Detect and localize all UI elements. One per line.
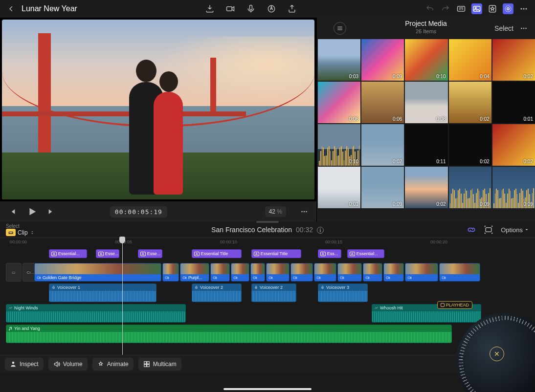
media-clip[interactable]: 0:01 [492,82,535,123]
media-clip[interactable]: 0:11 [405,124,447,166]
svg-point-8 [507,8,510,10]
music-clip[interactable]: Yin and Yang [6,325,452,343]
video-clip[interactable] [290,263,313,282]
ruler-tick: 00:00:20 [430,240,447,244]
video-clip[interactable] [210,263,230,282]
multicam-button[interactable]: Multicam [138,358,181,370]
share-icon[interactable] [287,3,297,14]
voiceover-track: Voiceover 1Voiceover 2Voiceover 2Voiceov… [0,283,535,303]
video-clip[interactable] [439,263,480,282]
voiceover-clip[interactable]: Voiceover 1 [49,283,156,302]
video-clip[interactable] [231,263,249,282]
video-clip[interactable]: Golden Gate Bridge [34,263,161,282]
resize-handle[interactable] [256,221,279,223]
video-clip[interactable]: Purpl... [180,263,209,282]
clip-duration: 0:02 [480,116,489,122]
more-icon[interactable] [518,3,529,14]
clip-duration: 0:03 [349,74,358,79]
media-clip[interactable]: 0:02 [405,167,447,208]
music-track: Yin and Yang [0,325,535,344]
back-button[interactable] [6,3,17,14]
title-track: AEssential...AEsse...AEsse...AEssential … [0,249,535,262]
media-clip[interactable]: 0:02 [449,124,491,166]
animate-button[interactable]: Animate [92,358,134,370]
title-clip[interactable]: AEssential Title [251,249,301,258]
clip-duration: 0:08 [436,116,446,122]
video-clip[interactable] [266,263,290,282]
focus-icon[interactable] [483,224,494,235]
video-clip[interactable] [162,263,179,282]
redo-icon[interactable] [440,3,451,14]
info-icon[interactable]: i [317,227,324,234]
svg-rect-3 [458,6,465,11]
title-clip[interactable]: AEss... [318,249,341,258]
preview-canvas[interactable] [2,20,314,199]
voiceover-clip[interactable]: Voiceover 2 [192,283,242,302]
media-clip[interactable]: 0:03 [318,39,360,81]
title-clip[interactable]: AEsse... [138,249,162,258]
mic-icon[interactable] [245,3,256,14]
photo-browser-icon[interactable] [471,3,482,14]
playhead[interactable] [122,238,123,355]
jog-wheel-icon[interactable] [503,3,513,14]
media-clip[interactable]: 0:09 [361,167,404,208]
media-clip[interactable]: 0:08 [405,82,447,123]
top-toolbar: Lunar New Year [0,0,535,18]
media-clip[interactable]: 0:10 [405,39,447,81]
title-clip[interactable]: AEssential Title [192,249,242,258]
video-clip[interactable] [363,263,382,282]
media-browser: Project Media 26 Items Select 0:030:090:… [317,18,535,222]
project-stub-clip[interactable]: ▭ [6,263,22,282]
chevron-updown-icon [30,230,35,235]
undo-icon[interactable] [424,3,435,14]
timecode-display[interactable]: 00:00:05:19 [110,206,167,218]
zoom-display[interactable]: 42 % [265,206,286,217]
media-clip[interactable]: 0:09 [492,167,535,208]
captions-icon[interactable] [456,3,467,14]
media-clip[interactable]: 0:02 [492,39,535,81]
viewer-more-icon[interactable] [299,206,310,217]
svg-rect-18 [486,228,491,232]
clip-mode-selector[interactable]: ▭ Clip [6,229,35,236]
media-clip[interactable]: 0:06 [361,82,404,123]
annotate-icon[interactable] [266,3,277,14]
media-clip[interactable]: 0:09 [361,39,404,81]
link-icon[interactable] [467,225,476,235]
video-clip[interactable] [314,263,336,282]
clip-duration: 0:09 [393,201,402,207]
media-clip[interactable]: 0:02 [449,82,491,123]
import-icon[interactable] [204,3,215,14]
media-clip[interactable]: 0:01 [318,167,360,208]
video-clip[interactable] [337,263,362,282]
video-clip[interactable] [250,263,265,282]
effects-icon[interactable] [487,3,498,14]
title-clip[interactable]: AEsse... [96,249,119,258]
volume-button[interactable]: Volume [48,358,88,370]
video-clip[interactable] [405,263,438,282]
timeline-ruler[interactable]: 00:00:0000:00:0500:00:1000:00:1500:00:20 [0,238,535,247]
svg-point-12 [301,211,303,213]
voiceover-clip[interactable]: Voiceover 2 [251,283,296,302]
svg-rect-1 [249,5,252,10]
media-clip[interactable]: 0:04 [449,39,491,81]
media-clip[interactable]: 0:10 [318,124,360,166]
sfx-clip[interactable]: Night Winds [6,304,186,323]
next-frame-icon[interactable] [46,206,57,217]
play-icon[interactable] [26,206,37,217]
video-clip[interactable] [383,263,404,282]
title-clip[interactable]: AEssential... [347,249,384,258]
media-clip[interactable]: 0:02 [492,124,535,166]
inspect-button[interactable]: Inspect [5,358,44,370]
camera-icon[interactable] [225,3,236,14]
voiceover-clip[interactable]: Voiceover 3 [318,283,368,302]
svg-rect-35 [255,286,256,288]
media-clip[interactable]: 0:09 [449,167,491,208]
prev-frame-icon[interactable] [7,206,18,217]
timeline-section: Select ▭ Clip San Francisco Celebration … [0,222,535,372]
jog-close-button[interactable]: ✕ [490,347,504,361]
options-button[interactable]: Options [501,226,529,234]
timeline-tracks[interactable]: AEssential...AEsse...AEsse...AEssential … [0,247,535,355]
media-clip[interactable]: 0:06 [318,82,360,123]
media-clip[interactable]: 0:02 [361,124,404,166]
title-clip[interactable]: AEssential... [49,249,87,258]
